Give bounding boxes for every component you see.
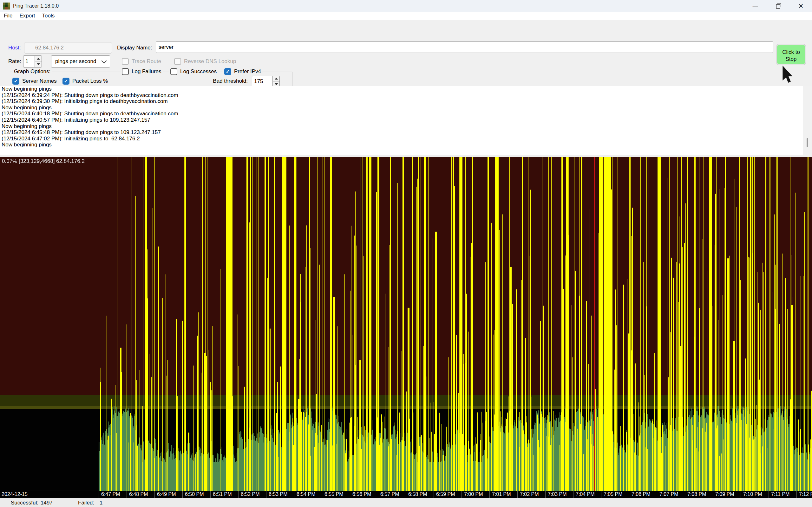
event-log[interactable]: Now beginning pings(12/15/2024 6:39:24 P…: [0, 86, 812, 155]
log-scrollbar-thumb[interactable]: [807, 138, 808, 147]
tick-separator: [406, 491, 406, 498]
tick-separator: [294, 491, 294, 498]
rate-spin-buttons: [35, 56, 42, 67]
tick-separator: [154, 491, 155, 498]
bad-threshold-spin-buttons: [272, 76, 280, 87]
tick-separator: [350, 491, 350, 498]
restore-icon: [776, 4, 780, 9]
checkmark-icon: ✓: [12, 78, 19, 84]
menu-item-tools[interactable]: Tools: [39, 12, 58, 20]
server-names-checkbox[interactable]: ✓Server Names: [11, 78, 58, 84]
reverse-dns-checkbox[interactable]: Reverse DNS Lookup: [173, 58, 237, 65]
stop-button[interactable]: Click to Stop: [776, 44, 806, 65]
log-line: (12/15/2024 6:40:18 PM): Shutting down p…: [0, 111, 812, 117]
menu-bar: FileExportTools: [0, 12, 812, 20]
close-icon: ✕: [798, 3, 804, 9]
rate-down-button[interactable]: [35, 61, 42, 67]
time-tick-label: 6:47 PM: [101, 491, 120, 498]
display-name-input[interactable]: [156, 42, 773, 53]
restore-button[interactable]: [768, 0, 789, 12]
checkbox-label: Packet Loss %: [72, 78, 108, 84]
graph-options-title: Graph Options:: [12, 68, 52, 75]
tick-separator: [126, 491, 127, 498]
bad-threshold-value[interactable]: 175: [252, 76, 272, 87]
checkbox-box: [174, 58, 181, 65]
display-name-label: Display Name:: [117, 42, 152, 54]
ping-graph-panel: 0.07% [323,129,4668] 62.84.176.2: [0, 157, 812, 491]
window-title: Ping Tracer 1.18.0.0: [13, 0, 59, 12]
tick-separator: [573, 491, 573, 498]
menu-item-export[interactable]: Export: [16, 12, 38, 20]
tick-separator: [768, 491, 769, 498]
close-button[interactable]: ✕: [791, 0, 811, 12]
tick-separator: [657, 491, 657, 498]
time-tick-label: 6:58 PM: [408, 491, 427, 498]
tick-separator: [210, 491, 211, 498]
app-icon-pixel: [8, 7, 10, 9]
tick-separator: [713, 491, 713, 498]
log-failures-checkbox[interactable]: Log Failures: [120, 68, 163, 75]
checkbox-box: [170, 68, 177, 75]
bad-threshold-up-button[interactable]: [273, 76, 280, 81]
log-line: Now beginning pings: [0, 105, 812, 111]
bad-threshold-label: Bad threshold:: [191, 78, 248, 84]
rate-unit-select[interactable]: pings per second: [51, 55, 110, 67]
tick-separator: [461, 491, 462, 498]
tick-separator: [238, 491, 239, 498]
tick-separator: [741, 491, 741, 498]
bad-threshold-stepper[interactable]: 175: [252, 76, 280, 87]
prefer-ipv4-checkbox[interactable]: ✓Prefer IPv4: [223, 68, 262, 75]
time-tick-label: 7:05 PM: [604, 491, 623, 498]
time-tick-label: 6:49 PM: [157, 491, 176, 498]
rate-stepper[interactable]: 1: [23, 55, 42, 67]
packet-loss-checkbox[interactable]: ✓Packet Loss %: [61, 78, 109, 84]
tick-separator: [434, 491, 434, 498]
rate-up-button[interactable]: [35, 56, 42, 61]
down-arrow-icon: [37, 63, 40, 65]
minimize-button[interactable]: —: [745, 0, 766, 12]
checkbox-box: [122, 58, 129, 65]
tick-separator: [378, 491, 378, 498]
log-line: (12/15/2024 6:39:24 PM): Shutting down p…: [0, 92, 812, 99]
log-line: Now beginning pings: [0, 142, 812, 148]
time-tick-label: 7:01 PM: [492, 491, 511, 498]
tick-separator: [60, 491, 60, 498]
rate-value[interactable]: 1: [23, 56, 35, 67]
log-line: (12/15/2024 6:45:48 PM): Shutting down p…: [0, 129, 812, 135]
time-tick-label: 7:09 PM: [715, 491, 734, 498]
tick-separator: [322, 491, 322, 498]
tick-separator: [517, 491, 518, 498]
time-tick-label: 7:04 PM: [576, 491, 595, 498]
app-icon-pixel: [3, 5, 5, 7]
trace-route-checkbox[interactable]: Trace Route: [120, 58, 162, 65]
time-tick-label: 7:08 PM: [687, 491, 706, 498]
settings-panel: Host: Display Name: Click to Stop Rate: …: [0, 20, 812, 86]
rate-label: Rate:: [8, 55, 21, 67]
tick-separator: [490, 491, 490, 498]
log-line: (12/15/2024 6:40:57 PM): Initializing pi…: [0, 117, 812, 123]
time-tick-label: 6:52 PM: [241, 491, 260, 498]
time-tick-label: 7:00 PM: [464, 491, 483, 498]
checkbox-box: [122, 68, 129, 75]
log-successes-checkbox[interactable]: Log Successes: [169, 68, 218, 75]
failed-count: 1: [100, 498, 102, 507]
checkbox-label: Server Names: [22, 78, 57, 84]
graph-stats-label: 0.07% [323,129,4668] 62.84.176.2: [2, 158, 85, 164]
log-line: Now beginning pings: [0, 123, 812, 130]
time-tick-label: 6:56 PM: [352, 491, 371, 498]
time-tick-label: 7:07 PM: [659, 491, 678, 498]
time-tick-label: 7:12 PM: [799, 491, 812, 498]
app-icon-pixel: [3, 7, 5, 9]
down-arrow-icon: [275, 83, 278, 85]
up-arrow-icon: [275, 78, 278, 79]
menu-item-file[interactable]: File: [0, 12, 16, 20]
time-tick-label: 6:55 PM: [324, 491, 344, 498]
time-tick-label: 7:11 PM: [771, 491, 790, 498]
app-window: Ping Tracer 1.18.0.0 — ✕ FileExportTools…: [0, 0, 812, 507]
time-tick-label: 7:03 PM: [548, 491, 567, 498]
host-input[interactable]: [24, 42, 112, 54]
checkbox-label: Trace Route: [132, 58, 161, 65]
log-scrollbar[interactable]: [803, 86, 812, 155]
chevron-down-icon: [101, 58, 107, 64]
tick-separator: [266, 491, 266, 498]
